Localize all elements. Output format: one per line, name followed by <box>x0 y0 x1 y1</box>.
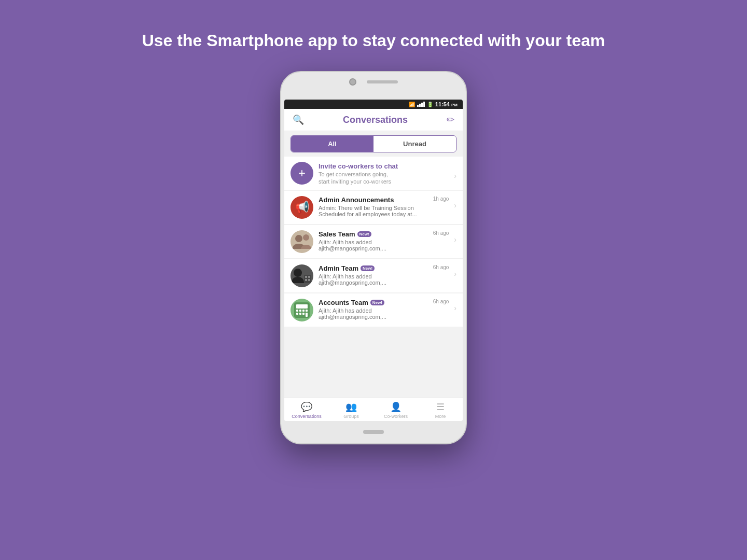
list-item[interactable]: Sales Team New! 6h ago Ajith: Ajith has … <box>284 225 463 259</box>
page-title: Use the Smartphone app to stay connected… <box>142 31 605 50</box>
admin-team-avatar <box>290 264 313 287</box>
conv-name: Admin Announcements <box>319 196 394 204</box>
conv-body: Admin Team New! 6h ago Ajith: Ajith has … <box>319 264 449 286</box>
list-item[interactable]: 📢 Admin Announcements 1h ago Admin: Ther… <box>284 191 463 225</box>
conv-subpreview: Scheduled for all employees today at... <box>319 211 449 217</box>
svg-rect-15 <box>299 313 301 315</box>
battery-icon: 🔋 <box>427 102 433 107</box>
nav-bar: 🔍 Conversations ✏ <box>284 109 463 131</box>
conversations-icon: 💬 <box>301 401 312 413</box>
svg-rect-4 <box>305 276 307 278</box>
bottom-nav-conversations[interactable]: 💬 Conversations <box>284 398 329 421</box>
svg-rect-5 <box>308 276 310 278</box>
phone-mockup: 📶 🔋 11:54 PM 🔍 Conversations ✏ All Unrea… <box>280 71 467 444</box>
svg-point-1 <box>303 234 309 241</box>
new-badge: New! <box>357 231 371 237</box>
invite-item[interactable]: + Invite co-workers to chat To get conve… <box>284 157 463 190</box>
conv-name: Sales Team <box>319 230 355 238</box>
conv-preview: Admin: There will be Training Session <box>319 205 417 211</box>
tab-bar: All Unread <box>290 135 457 152</box>
list-item[interactable]: Accounts Team New! 6h ago Ajith: Ajith h… <box>284 293 463 327</box>
accounts-team-avatar <box>290 299 313 321</box>
conv-body: Sales Team New! 6h ago Ajith: Ajith has … <box>319 230 449 251</box>
svg-point-0 <box>295 235 302 242</box>
invite-desc-line1: To get conversations going, <box>319 171 449 177</box>
conv-time: 1h ago <box>433 196 449 202</box>
phone-top-bar <box>349 78 398 86</box>
search-icon[interactable]: 🔍 <box>293 114 304 125</box>
coworkers-label: Co-workers <box>384 414 408 419</box>
new-badge: New! <box>370 300 384 305</box>
phone-screen: 📶 🔋 11:54 PM 🔍 Conversations ✏ All Unrea… <box>284 100 463 421</box>
conv-name: Admin Team <box>319 264 358 272</box>
invite-desc-line2: start inviting your co-workers <box>319 178 449 185</box>
invite-icon: + <box>290 162 313 185</box>
bottom-nav-coworkers[interactable]: 👤 Co-workers <box>374 398 418 421</box>
conv-body: Accounts Team New! 6h ago Ajith: Ajith h… <box>319 299 449 320</box>
svg-rect-11 <box>299 310 301 312</box>
conv-chevron: › <box>454 270 457 278</box>
more-icon: ☰ <box>436 401 445 413</box>
phone-speaker <box>367 80 398 83</box>
conv-subpreview: ajith@mangospring.com,... <box>319 314 449 320</box>
bottom-nav-groups[interactable]: 👥 Groups <box>329 398 374 421</box>
svg-rect-3 <box>304 275 311 283</box>
compose-icon[interactable]: ✏ <box>447 114 454 125</box>
svg-rect-14 <box>296 313 298 315</box>
conv-time: 6h ago <box>433 230 449 236</box>
signal-icon <box>417 102 425 107</box>
new-badge: New! <box>361 265 375 271</box>
conv-time: 6h ago <box>433 299 449 304</box>
conv-chevron: › <box>454 201 457 209</box>
svg-rect-12 <box>302 310 305 312</box>
conversation-list: + Invite co-workers to chat To get conve… <box>284 157 463 398</box>
conv-body: Admin Announcements 1h ago Admin: There … <box>319 196 449 217</box>
svg-rect-9 <box>296 304 308 309</box>
conv-preview: Ajith: Ajith has added <box>319 239 417 245</box>
coworkers-icon: 👤 <box>390 401 402 413</box>
list-item[interactable]: Admin Team New! 6h ago Ajith: Ajith has … <box>284 259 463 293</box>
status-bar: 📶 🔋 11:54 PM <box>284 100 463 109</box>
svg-rect-13 <box>306 310 308 312</box>
invite-chevron: › <box>454 172 457 180</box>
bottom-nav: 💬 Conversations 👥 Groups 👤 Co-workers ☰ … <box>284 398 463 421</box>
conv-chevron: › <box>454 235 457 244</box>
phone-home-button <box>363 430 384 434</box>
groups-icon: 👥 <box>345 401 357 413</box>
sales-team-avatar <box>290 230 313 253</box>
conv-chevron: › <box>454 304 457 312</box>
admin-announcements-avatar: 📢 <box>290 196 313 219</box>
conv-subpreview: ajith@mangospring.com,... <box>319 279 449 286</box>
conversations-label: Conversations <box>292 414 322 419</box>
conv-time: 6h ago <box>433 264 449 270</box>
svg-point-2 <box>294 269 302 277</box>
conv-preview: Ajith: Ajith has added <box>319 307 417 314</box>
conv-preview: Ajith: Ajith has added <box>319 273 417 279</box>
invite-title: Invite co-workers to chat <box>319 162 449 170</box>
phone-camera <box>349 78 356 86</box>
conv-name: Accounts Team <box>319 299 368 306</box>
svg-rect-16 <box>302 313 305 315</box>
svg-rect-10 <box>296 310 298 312</box>
tab-all[interactable]: All <box>291 136 374 152</box>
conv-subpreview: ajith@mangospring.com,... <box>319 245 449 251</box>
groups-label: Groups <box>343 414 359 419</box>
tab-unread[interactable]: Unread <box>374 136 456 152</box>
invite-body: Invite co-workers to chat To get convers… <box>319 162 449 185</box>
nav-title: Conversations <box>343 115 408 125</box>
bottom-nav-more[interactable]: ☰ More <box>418 398 463 421</box>
svg-rect-17 <box>306 313 308 317</box>
wifi-icon: 📶 <box>409 102 415 107</box>
svg-rect-7 <box>308 279 310 281</box>
more-label: More <box>435 414 446 419</box>
status-time: 11:54 PM <box>435 101 458 107</box>
svg-rect-6 <box>305 279 307 281</box>
